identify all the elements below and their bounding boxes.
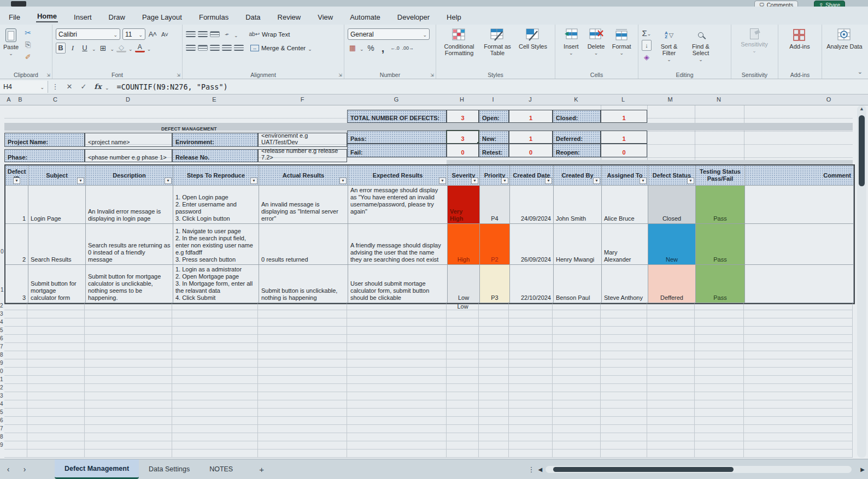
column-header-k[interactable]: K — [574, 96, 578, 103]
number-dialog-launcher-icon[interactable]: ⇲ — [430, 73, 434, 78]
enter-formula-icon[interactable]: ✓ — [77, 82, 91, 91]
header-assigned-to[interactable]: Assigned To▼ — [602, 165, 648, 186]
font-color-button[interactable] — [135, 43, 145, 52]
reopen-label-cell[interactable]: Reopen: — [553, 144, 601, 157]
format-painter-button[interactable] — [23, 51, 33, 62]
row-number[interactable]: 3 — [0, 310, 4, 318]
borders-button[interactable] — [98, 43, 108, 54]
empty-grid-row[interactable]: 0 — [0, 368, 853, 376]
row-number[interactable]: 0 — [1, 249, 4, 255]
decrease-indent-button[interactable] — [222, 45, 232, 51]
empty-grid-row[interactable]: 4 — [0, 318, 853, 327]
testing-status-cell[interactable]: Pass — [696, 265, 745, 303]
header-steps[interactable]: Steps To Reproduce▼ — [173, 165, 259, 186]
ribbon-tab-review[interactable]: Review — [277, 12, 302, 22]
ribbon-tab-developer[interactable]: Developer — [396, 12, 431, 22]
autosum-button[interactable] — [642, 28, 647, 38]
scroll-up-arrow-icon[interactable]: ▲ — [857, 106, 866, 111]
row-number[interactable]: 1 — [0, 376, 4, 384]
scroll-right-arrow-icon[interactable]: ▶ — [857, 466, 868, 472]
paste-button[interactable]: Paste — [3, 27, 19, 62]
empty-grid-row[interactable]: 3 — [0, 392, 853, 400]
filter-icon[interactable]: ▼ — [439, 178, 446, 184]
empty-grid-row[interactable]: 5 — [0, 327, 853, 335]
row-number[interactable]: 5 — [0, 409, 4, 417]
row-number[interactable]: 1 — [1, 287, 4, 293]
filter-icon[interactable]: ▼ — [545, 178, 552, 184]
fill-color-chevron-icon[interactable] — [128, 43, 133, 53]
row-number[interactable]: 7 — [0, 425, 4, 433]
formula-input[interactable]: =COUNTIF(N9:N276, "Pass") — [109, 82, 868, 91]
clear-button[interactable] — [642, 52, 652, 63]
header-created-date[interactable]: Created Date▼ — [510, 165, 554, 186]
sheet-tab-defect-management[interactable]: Defect Management — [55, 459, 139, 479]
fill-button[interactable] — [642, 40, 652, 51]
empty-grid-row[interactable]: 1 — [0, 376, 853, 384]
orientation-button[interactable] — [222, 29, 232, 40]
accounting-format-button[interactable] — [348, 43, 357, 54]
column-header-c[interactable]: C — [53, 96, 57, 103]
created-date-cell[interactable]: 24/09/2024 — [510, 186, 554, 224]
closed-value-cell[interactable]: 1 — [601, 110, 647, 123]
ribbon-tab-home[interactable]: Home — [36, 11, 58, 22]
pass-value-cell-selected[interactable]: 3 — [447, 131, 479, 144]
empty-grid-row[interactable]: 7 — [0, 343, 853, 351]
description-cell[interactable]: Submit button for mortgage calculator is… — [86, 265, 173, 303]
column-header-o[interactable]: O — [826, 96, 831, 103]
column-header-e[interactable]: E — [212, 96, 216, 103]
column-header-n[interactable]: N — [717, 96, 721, 103]
expected-results-cell[interactable]: User should submit mortage calculator fo… — [348, 265, 448, 303]
row-number[interactable]: 6 — [0, 335, 4, 343]
filter-icon[interactable]: ▼ — [501, 178, 508, 184]
merge-center-chevron-icon[interactable] — [308, 43, 312, 53]
copy-button[interactable] — [23, 39, 33, 50]
header-subject[interactable]: Subject▼ — [28, 165, 86, 186]
ribbon-tab-data[interactable]: Data — [244, 12, 261, 22]
actual-results-cell[interactable]: Submit button is unclickable, nothing is… — [259, 265, 348, 303]
horizontal-scrollbar-thumb[interactable] — [553, 467, 734, 472]
font-color-chevron-icon[interactable] — [147, 43, 151, 53]
sensitivity-button[interactable]: Sensitivity — [735, 27, 774, 54]
subject-cell[interactable]: Login Page — [28, 186, 86, 224]
reopen-value-cell[interactable]: 0 — [601, 144, 647, 157]
format-cells-button[interactable]: Format — [608, 27, 635, 56]
decrease-decimal-button[interactable] — [402, 43, 414, 54]
wrap-text-button[interactable]: Wrap Text — [262, 31, 290, 38]
defect-id-cell[interactable]: 3 — [5, 265, 28, 303]
total-defects-label-cell[interactable]: TOTAL NUMBER OF DEFECTS: — [347, 110, 447, 123]
ribbon-tab-file[interactable]: File — [8, 12, 21, 22]
align-right-button[interactable] — [210, 45, 220, 51]
align-middle-button[interactable] — [198, 31, 208, 37]
align-top-button[interactable] — [186, 31, 196, 37]
actual-results-cell[interactable]: 0 results returned — [259, 224, 348, 265]
increase-indent-button[interactable] — [234, 45, 244, 51]
column-header-b[interactable]: B — [18, 96, 22, 103]
column-header-j[interactable]: J — [529, 96, 532, 103]
filter-icon[interactable]: ▼ — [165, 178, 172, 184]
cancel-formula-icon[interactable]: ✕ — [62, 82, 77, 91]
created-by-cell[interactable]: Henry Mwangi — [554, 224, 602, 265]
sheet-tab-data-settings[interactable]: Data Settings — [139, 459, 200, 479]
conditional-formatting-button[interactable]: Conditional Formatting — [439, 27, 479, 56]
filter-icon[interactable]: ▼ — [13, 178, 20, 184]
testing-status-cell[interactable]: Pass — [696, 186, 745, 224]
created-by-cell[interactable]: John Smith — [554, 186, 602, 224]
font-dialog-launcher-icon[interactable]: ⇲ — [177, 73, 180, 78]
pass-label-cell[interactable]: Pass: — [347, 131, 447, 144]
sort-filter-button[interactable]: Sort & Filter — [655, 27, 683, 63]
comment-cell[interactable] — [745, 265, 854, 303]
column-header-l[interactable]: L — [621, 96, 625, 103]
scroll-left-arrow-icon[interactable]: ◀ — [535, 466, 546, 472]
empty-grid-row[interactable]: 2 — [0, 384, 853, 392]
subject-cell[interactable]: Submit button for mortgage calculator fo… — [28, 265, 86, 303]
assigned-to-cell[interactable]: Steve Anthony — [602, 265, 648, 303]
tabbar-options-dots-icon[interactable]: ⋮ — [528, 465, 535, 474]
row-number[interactable]: 2 — [0, 384, 4, 392]
assigned-to-cell[interactable]: Mary Alexander — [602, 224, 648, 265]
bold-button[interactable] — [56, 43, 66, 54]
ribbon-tab-insert[interactable]: Insert — [73, 12, 93, 22]
priority-cell[interactable]: P3 — [480, 265, 510, 303]
row-number[interactable]: 9 — [0, 441, 4, 450]
clipboard-dialog-launcher-icon[interactable]: ⇲ — [46, 73, 50, 78]
severity-cell[interactable]: High — [448, 224, 480, 265]
